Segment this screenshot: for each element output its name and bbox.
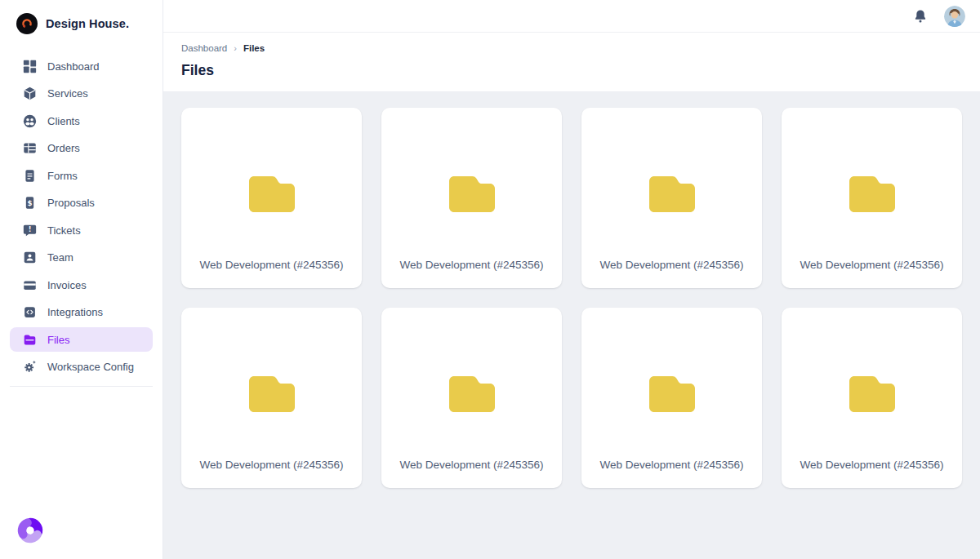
folder-card-label: Web Development (#245356) bbox=[581, 459, 762, 488]
folder-icon bbox=[23, 333, 37, 347]
sidebar-item-label: Services bbox=[47, 87, 88, 100]
folder-card[interactable]: Web Development (#245356) bbox=[181, 108, 362, 288]
dashboard-icon bbox=[23, 60, 37, 73]
sidebar-item-label: Team bbox=[47, 251, 74, 264]
sidebar-item-label: Integrations bbox=[47, 306, 103, 318]
team-icon bbox=[23, 251, 37, 264]
page-title: Files bbox=[181, 62, 980, 79]
sidebar-item-label: Workspace Config bbox=[47, 361, 134, 373]
sidebar-item-label: Orders bbox=[47, 142, 80, 154]
design-house-logo bbox=[16, 13, 38, 34]
brand-name: Design House. bbox=[46, 17, 129, 30]
services-icon bbox=[23, 87, 37, 100]
sidebar-item-clients[interactable]: Clients bbox=[10, 109, 153, 133]
files-grid: Web Development (#245356) Web Developmen… bbox=[181, 108, 962, 488]
page-header: Dashboard › Files Files bbox=[163, 33, 980, 92]
tickets-icon: ! bbox=[23, 224, 37, 237]
folder-card[interactable]: Web Development (#245356) bbox=[581, 308, 762, 488]
svg-text:!: ! bbox=[29, 226, 32, 233]
sidebar-item-label: Tickets bbox=[47, 224, 81, 237]
sidebar-item-workspace-config[interactable]: Workspace Config bbox=[10, 355, 153, 379]
sidebar-item-files[interactable]: Files bbox=[10, 327, 153, 352]
folder-card-label: Web Development (#245356) bbox=[381, 259, 562, 288]
folder-card[interactable]: Web Development (#245356) bbox=[782, 308, 962, 488]
invoices-icon bbox=[23, 278, 37, 292]
folder-card[interactable]: Web Development (#245356) bbox=[381, 308, 562, 488]
content: Web Development (#245356) Web Developmen… bbox=[163, 92, 980, 559]
svg-text:$: $ bbox=[28, 199, 33, 207]
folder-card-label: Web Development (#245356) bbox=[181, 259, 362, 288]
topbar bbox=[163, 0, 980, 33]
folder-card[interactable]: Web Development (#245356) bbox=[181, 308, 362, 488]
folder-yellow-icon bbox=[782, 108, 962, 259]
integrations-icon bbox=[23, 305, 37, 319]
folder-yellow-icon bbox=[181, 108, 362, 259]
sidebar: Design House. Dashboard Services bbox=[0, 0, 163, 559]
folder-card-label: Web Development (#245356) bbox=[782, 459, 962, 488]
breadcrumb: Dashboard › Files bbox=[181, 43, 980, 53]
folder-card-label: Web Development (#245356) bbox=[381, 459, 562, 488]
brand[interactable]: Design House. bbox=[0, 0, 163, 34]
folder-card-label: Web Development (#245356) bbox=[581, 259, 762, 288]
sidebar-item-dashboard[interactable]: Dashboard bbox=[10, 54, 153, 78]
folder-yellow-icon bbox=[181, 308, 362, 459]
orders-icon bbox=[23, 141, 37, 155]
folder-yellow-icon bbox=[381, 108, 562, 259]
sidebar-item-label: Dashboard bbox=[47, 60, 100, 73]
breadcrumb-current: Files bbox=[243, 43, 265, 53]
sidebar-item-label: Forms bbox=[47, 170, 78, 182]
sidebar-item-invoices[interactable]: Invoices bbox=[10, 273, 153, 297]
folder-card[interactable]: Web Development (#245356) bbox=[782, 108, 962, 288]
sidebar-divider bbox=[10, 386, 153, 387]
forms-icon bbox=[23, 169, 37, 183]
folder-yellow-icon bbox=[381, 308, 562, 459]
main-area: Dashboard › Files Files Web Development … bbox=[163, 0, 980, 559]
sidebar-item-label: Invoices bbox=[47, 279, 87, 291]
proposals-icon: $ bbox=[23, 196, 37, 210]
breadcrumb-dashboard[interactable]: Dashboard bbox=[181, 43, 227, 53]
sidebar-item-label: Clients bbox=[47, 115, 80, 127]
sidebar-item-services[interactable]: Services bbox=[10, 82, 153, 106]
sidebar-item-integrations[interactable]: Integrations bbox=[10, 300, 153, 325]
sidebar-item-tickets[interactable]: ! Tickets bbox=[10, 218, 153, 242]
clients-icon bbox=[23, 114, 37, 128]
folder-yellow-icon bbox=[581, 308, 762, 459]
folder-card[interactable]: Web Development (#245356) bbox=[581, 108, 762, 288]
sidebar-item-orders[interactable]: Orders bbox=[10, 136, 153, 161]
folder-card[interactable]: Web Development (#245356) bbox=[381, 108, 562, 288]
sidebar-item-forms[interactable]: Forms bbox=[10, 163, 153, 188]
sidebar-item-proposals[interactable]: $ Proposals bbox=[10, 191, 153, 215]
sidebar-item-team[interactable]: Team bbox=[10, 246, 153, 270]
pinwheel-logo bbox=[13, 513, 47, 548]
folder-card-label: Web Development (#245356) bbox=[181, 459, 362, 488]
folder-yellow-icon bbox=[581, 108, 762, 259]
sidebar-nav: Dashboard Services Clients Order bbox=[0, 54, 163, 387]
folder-yellow-icon bbox=[782, 308, 962, 459]
sidebar-item-label: Proposals bbox=[47, 197, 95, 209]
folder-card-label: Web Development (#245356) bbox=[782, 259, 962, 288]
user-avatar[interactable] bbox=[944, 6, 965, 27]
bell-icon[interactable] bbox=[913, 7, 929, 25]
sidebar-item-label: Files bbox=[47, 334, 69, 346]
chevron-right-icon: › bbox=[234, 43, 237, 53]
gear-icon bbox=[23, 360, 37, 374]
